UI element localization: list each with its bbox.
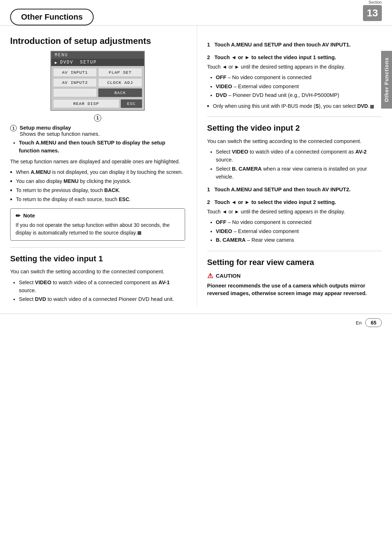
menu-cell-av-input2: AV INPUT2 [53,78,97,87]
divider-3 [207,251,382,251]
note-text: If you do not operate the setup function… [16,221,180,237]
step2-vi1-header: 2 Touch ◄ or ► to select the video input… [207,54,382,61]
menu-cell-flap-set: FLAP SET [98,68,142,77]
vi2-opt-off: OFF – No video component is connected [216,219,382,227]
vi1-bullet-2: Select DVD to watch video of a connected… [19,295,185,303]
sq-bullets-vi1: Only when using this unit with IP-BUS mo… [207,102,382,110]
note-box: ✏ Note If you do not operate the setup f… [10,208,185,241]
footer-en-label: En [356,320,362,326]
dvd-icon: ▶ [55,60,58,65]
menu-row-menu: MENU [51,52,144,59]
note-header: ✏ Note [16,212,180,219]
setup-desc: The setup function names are displayed a… [10,158,185,166]
step2-vi1-bullets: OFF – No video component is connected VI… [207,74,382,99]
dvd-setup-label: DVDV SETUP [60,60,97,65]
caution-header: ⚠ CAUTION [207,272,382,280]
menu-cell-av-input1: AV INPUT1 [53,68,97,77]
main-content: Introduction of setup adjustments MENU ▶… [0,26,392,306]
menu-mockup: MENU ▶ DVDV SETUP AV INPUT1 FLAP SET AV … [50,51,145,111]
menu-bottom: REAR DISP ESC [51,99,144,110]
circle-num-1: 1 [10,125,17,131]
divider-2 [207,117,382,117]
step2-vi2-bullets: OFF – No video component is connected VI… [207,219,382,244]
vi1-opt-dvd: DVD – Pioneer DVD head unit (e.g., DVH-P… [216,91,382,99]
sq-bullet-4: To return to the display of each source,… [10,196,185,203]
section-number: 13 [363,5,382,21]
step2-vi1-desc: Touch ◄ or ► until the desired setting a… [207,63,382,71]
note-label: Note [23,213,35,219]
caution-box: ⚠ CAUTION Pioneer recommends the use of … [207,272,382,298]
sq-bullet-1: When A.MENU is not displayed, you can di… [10,168,185,176]
page-header: Other Functions Section 13 [0,0,392,26]
menu-cell-clock-adj: CLOCK ADJ [98,78,142,87]
setup-bullets: Touch A.MENU and then touch SETUP to dis… [10,139,185,155]
square-bullets: When A.MENU is not displayed, you can di… [10,168,185,203]
vi1-bullet-1: Select VIDEO to watch video of a connect… [19,279,185,295]
video-input2-bullets: Select VIDEO to watch video of a connect… [207,148,382,181]
arrow-indicator: 1 [10,114,185,122]
caution-label: CAUTION [216,273,241,279]
circle-1-arrow: 1 [94,114,101,122]
bullet-setup-1: Touch A.MENU and then touch SETUP to dis… [19,139,185,155]
setup-menu-item: 1 Setup menu display Shows the setup fun… [10,125,185,137]
divider-1 [10,247,185,248]
other-functions-badge: Other Functions [10,9,94,25]
vi2-opt-video: VIDEO – External video component [216,228,382,236]
intro-heading: Introduction of setup adjustments [10,36,185,46]
section-label: Section [368,0,382,4]
setup-menu-text: Setup menu display Shows the setup funct… [20,125,100,137]
menu-row-dvd: ▶ DVDV SETUP [51,59,144,66]
caution-icon: ⚠ [207,272,213,280]
step1-vi2-header: 1 Touch A.MENU and SETUP and then touch … [207,186,382,193]
menu-grid: AV INPUT1 FLAP SET AV INPUT2 CLOCK ADJ B… [51,66,144,99]
video-input2-heading: Setting the video input 2 [207,123,382,133]
video-input1-intro: You can switch the setting according to … [10,268,185,276]
step2-vi2-desc: Touch ◄ or ► until the desired setting a… [207,208,382,216]
left-column: Introduction of setup adjustments MENU ▶… [10,26,185,306]
vi2-bullet-2: Select B. CAMERA when a rear view camera… [216,165,382,181]
small-square-2 [370,105,374,109]
menu-cell-back: BACK [98,88,142,97]
vi1-opt-off: OFF – No video component is connected [216,74,382,82]
vi2-opt-bcamera: B. CAMERA – Rear view camera [216,236,382,244]
sq-vi1-1: Only when using this unit with IP-BUS mo… [207,102,382,110]
step2-vi2-header: 2 Touch ◄ or ► to select the video input… [207,199,382,206]
footer-page-number: 65 [365,318,382,327]
video-input1-heading: Setting the video input 1 [10,254,185,264]
caution-text: Pioneer recommends the use of a camera w… [207,282,382,298]
video-input1-bullets: Select VIDEO to watch video of a connect… [10,279,185,303]
step1-vi1-header: 1 Touch A.MENU and SETUP and then touch … [207,41,382,48]
section-badge: Section 13 [363,0,382,21]
sq-bullet-2: You can also display MENU by clicking th… [10,177,185,185]
small-square-1 [138,231,141,235]
setup-menu-label: Setup menu display [20,125,71,131]
vi2-bullet-1: Select VIDEO to watch video of a connect… [216,148,382,164]
note-icon: ✏ [16,212,20,219]
sq-bullet-3: To return to the previous display, touch… [10,187,185,194]
page-footer: En 65 [0,314,392,331]
setup-menu-desc: Shows the setup function names. [20,131,100,137]
menu-bottom-rear-disp: REAR DISP [53,99,119,108]
rear-camera-heading: Setting for rear view camera [207,258,382,267]
video-input2-intro: You can switch the setting according to … [207,138,382,146]
menu-cell-empty [53,88,97,97]
right-column: 1 Touch A.MENU and SETUP and then touch … [197,26,382,306]
side-functions-label: Other Functions [381,51,392,109]
vi1-opt-video: VIDEO – External video component [216,83,382,91]
menu-bottom-esc: ESC [121,99,142,108]
bullet-setup-heading: Touch A.MENU and then touch SETUP to dis… [19,140,165,154]
